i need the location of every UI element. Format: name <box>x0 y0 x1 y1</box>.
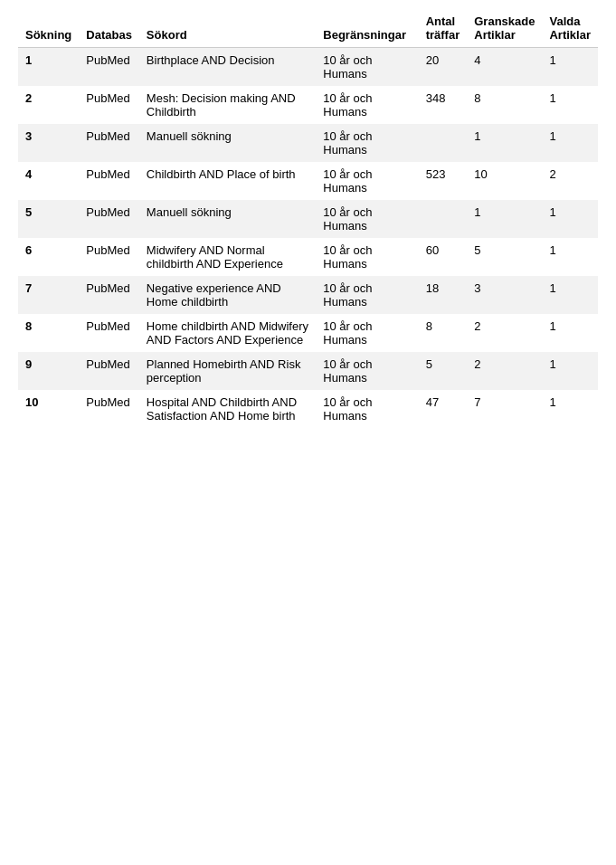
table-row: 1PubMedBirthplace AND Decision10 år och … <box>18 48 598 87</box>
cell-sokord: Mesh: Decision making AND Childbirth <box>139 86 316 124</box>
col-granskade-artiklar: Granskade Artiklar <box>467 9 542 48</box>
table-row: 7PubMedNegative experience AND Home chil… <box>18 276 598 314</box>
cell-sokning: 9 <box>18 352 79 390</box>
cell-valda-artiklar: 2 <box>542 162 598 200</box>
cell-begransningar: 10 år och Humans <box>316 86 418 124</box>
cell-sokord: Negative experience AND Home childbirth <box>139 276 316 314</box>
table-header-row: Sökning Databas Sökord Begränsningar Ant… <box>18 9 598 48</box>
cell-sokord: Hospital AND Childbirth AND Satisfaction… <box>139 390 316 428</box>
cell-sokord: Midwifery AND Normal childbirth AND Expe… <box>139 238 316 276</box>
cell-granskade-artiklar: 10 <box>467 162 542 200</box>
cell-granskade-artiklar: 5 <box>467 238 542 276</box>
cell-sokning: 6 <box>18 238 79 276</box>
cell-begransningar: 10 år och Humans <box>316 276 418 314</box>
cell-sokord: Planned Homebirth AND Risk perception <box>139 352 316 390</box>
cell-sokning: 3 <box>18 124 79 162</box>
table-body: 1PubMedBirthplace AND Decision10 år och … <box>18 48 598 429</box>
cell-databas: PubMed <box>79 238 139 276</box>
cell-antal-traffar: 18 <box>419 276 468 314</box>
search-table: Sökning Databas Sökord Begränsningar Ant… <box>18 9 598 428</box>
cell-databas: PubMed <box>79 276 139 314</box>
cell-antal-traffar: 8 <box>419 314 468 352</box>
cell-begransningar: 10 år och Humans <box>316 162 418 200</box>
cell-databas: PubMed <box>79 86 139 124</box>
cell-sokord: Manuell sökning <box>139 124 316 162</box>
cell-databas: PubMed <box>79 124 139 162</box>
cell-databas: PubMed <box>79 48 139 87</box>
cell-sokning: 8 <box>18 314 79 352</box>
cell-granskade-artiklar: 4 <box>467 48 542 87</box>
cell-sokning: 1 <box>18 48 79 87</box>
cell-valda-artiklar: 1 <box>542 238 598 276</box>
cell-antal-traffar: 20 <box>419 48 468 87</box>
cell-databas: PubMed <box>79 200 139 238</box>
table-row: 2PubMedMesh: Decision making AND Childbi… <box>18 86 598 124</box>
cell-valda-artiklar: 1 <box>542 48 598 87</box>
cell-sokning: 2 <box>18 86 79 124</box>
cell-databas: PubMed <box>79 314 139 352</box>
cell-begransningar: 10 år och Humans <box>316 48 418 87</box>
table-row: 3PubMedManuell sökning10 år och Humans11 <box>18 124 598 162</box>
table-row: 10PubMedHospital AND Childbirth AND Sati… <box>18 390 598 428</box>
cell-valda-artiklar: 1 <box>542 314 598 352</box>
cell-sokord: Manuell sökning <box>139 200 316 238</box>
cell-begransningar: 10 år och Humans <box>316 200 418 238</box>
table-row: 9PubMedPlanned Homebirth AND Risk percep… <box>18 352 598 390</box>
cell-granskade-artiklar: 3 <box>467 276 542 314</box>
col-sokning: Sökning <box>18 9 79 48</box>
cell-valda-artiklar: 1 <box>542 86 598 124</box>
cell-granskade-artiklar: 1 <box>467 124 542 162</box>
cell-antal-traffar: 523 <box>419 162 468 200</box>
cell-begransningar: 10 år och Humans <box>316 238 418 276</box>
col-antal-traffar: Antal träffar <box>419 9 468 48</box>
cell-databas: PubMed <box>79 162 139 200</box>
cell-antal-traffar: 47 <box>419 390 468 428</box>
cell-sokning: 5 <box>18 200 79 238</box>
cell-antal-traffar: 60 <box>419 238 468 276</box>
cell-antal-traffar <box>419 200 468 238</box>
cell-sokning: 4 <box>18 162 79 200</box>
cell-granskade-artiklar: 7 <box>467 390 542 428</box>
cell-granskade-artiklar: 2 <box>467 352 542 390</box>
cell-begransningar: 10 år och Humans <box>316 390 418 428</box>
cell-valda-artiklar: 1 <box>542 390 598 428</box>
table-row: 8PubMedHome childbirth AND Midwifery AND… <box>18 314 598 352</box>
table-row: 4PubMedChildbirth AND Place of birth10 å… <box>18 162 598 200</box>
table-row: 5PubMedManuell sökning10 år och Humans11 <box>18 200 598 238</box>
cell-begransningar: 10 år och Humans <box>316 124 418 162</box>
table-row: 6PubMedMidwifery AND Normal childbirth A… <box>18 238 598 276</box>
cell-databas: PubMed <box>79 352 139 390</box>
cell-sokord: Home childbirth AND Midwifery AND Factor… <box>139 314 316 352</box>
cell-granskade-artiklar: 8 <box>467 86 542 124</box>
cell-granskade-artiklar: 1 <box>467 200 542 238</box>
cell-valda-artiklar: 1 <box>542 352 598 390</box>
col-sokord: Sökord <box>139 9 316 48</box>
cell-sokord: Birthplace AND Decision <box>139 48 316 87</box>
cell-granskade-artiklar: 2 <box>467 314 542 352</box>
col-begransningar: Begränsningar <box>316 9 418 48</box>
cell-antal-traffar: 5 <box>419 352 468 390</box>
cell-sokord: Childbirth AND Place of birth <box>139 162 316 200</box>
table-container: Sökning Databas Sökord Begränsningar Ant… <box>0 0 616 437</box>
cell-sokning: 7 <box>18 276 79 314</box>
cell-begransningar: 10 år och Humans <box>316 352 418 390</box>
col-databas: Databas <box>79 9 139 48</box>
cell-databas: PubMed <box>79 390 139 428</box>
cell-begransningar: 10 år och Humans <box>316 314 418 352</box>
cell-antal-traffar: 348 <box>419 86 468 124</box>
cell-valda-artiklar: 1 <box>542 124 598 162</box>
cell-sokning: 10 <box>18 390 79 428</box>
cell-valda-artiklar: 1 <box>542 276 598 314</box>
cell-antal-traffar <box>419 124 468 162</box>
cell-valda-artiklar: 1 <box>542 200 598 238</box>
col-valda-artiklar: Valda Artiklar <box>542 9 598 48</box>
